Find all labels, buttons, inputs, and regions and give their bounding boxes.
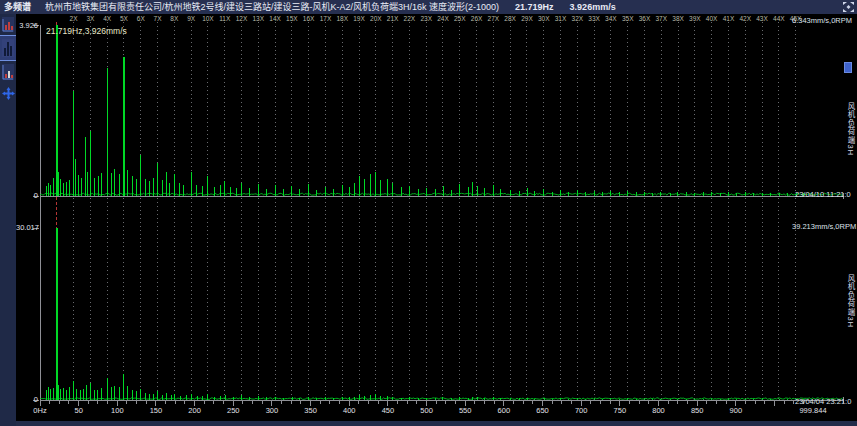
harmonic-label: 32X (572, 15, 584, 22)
cursor-frequency-value: 21.719Hz (515, 0, 554, 14)
axes: 0Hz5010015020025030035040045050055060065… (33, 25, 843, 415)
harmonic-label: 27X (488, 15, 500, 22)
harmonic-label: 28X (504, 15, 516, 22)
chart-list-icon[interactable] (0, 62, 16, 82)
x-tick-label: 850 (691, 406, 704, 415)
chart2-fullscale-label: 39.213mm/s,0RPM (792, 222, 856, 231)
harmonic-label: 20X (370, 15, 382, 22)
harmonic-label: 10X (202, 15, 214, 22)
chart1-ymax-label: 3.926 (16, 21, 38, 30)
waveform-chart-icon[interactable] (0, 14, 16, 34)
harmonic-label: 2X (70, 15, 79, 22)
harmonic-label: 29X (521, 15, 533, 22)
chart2-channel-label: 风机负荷端3H (845, 274, 856, 328)
harmonic-label: 43X (756, 15, 768, 22)
spectrum-chart-icon[interactable] (0, 36, 16, 60)
harmonic-label: 25X (454, 15, 466, 22)
harmonic-label: 3X (86, 15, 95, 22)
chart1-channel-label: 风机负荷端3H (845, 102, 856, 156)
harmonic-label: 39X (689, 15, 701, 22)
noise-floor (40, 193, 843, 195)
harmonic-label: 37X (655, 15, 667, 22)
harmonic-label: 31X (555, 15, 567, 22)
x-tick-label: 800 (652, 406, 665, 415)
left-toolbar (0, 14, 16, 426)
x-tick-label: 200 (188, 406, 201, 415)
measurement-path: 杭州市地铁集团有限责任公司/杭州地铁2号线/建设三路站/建设三路-风机K-A2/… (45, 0, 499, 14)
harmonic-label: 11X (219, 15, 231, 22)
peak-annotation: 21.719Hz,3.926mm/s (46, 26, 127, 36)
harmonic-label: 26X (471, 15, 483, 22)
x-tick-label: 999.844 (799, 406, 826, 415)
harmonic-label: 18X (336, 15, 348, 22)
x-tick-label: 550 (459, 406, 472, 415)
harmonic-label: 44X (773, 15, 785, 22)
harmonic-label: 40X (706, 15, 718, 22)
harmonic-label: 19X (353, 15, 365, 22)
harmonic-label: 7X (154, 15, 163, 22)
harmonic-label: 22X (404, 15, 416, 22)
harmonic-label: 30X (538, 15, 550, 22)
chart1-fullscale-label: 6.343mm/s,0RPM (792, 16, 852, 25)
harmonic-label: 14X (269, 15, 281, 22)
x-tick-label: 450 (382, 406, 395, 415)
x-tick-label: 900 (730, 406, 743, 415)
app-window: 多频谱 杭州市地铁集团有限责任公司/杭州地铁2号线/建设三路站/建设三路-风机K… (0, 0, 857, 426)
x-tick-label: 650 (536, 406, 549, 415)
x-tick-label: 250 (227, 406, 240, 415)
x-tick-label: 50 (74, 406, 82, 415)
x-tick-label: 300 (266, 406, 279, 415)
x-tick-label: 400 (343, 406, 356, 415)
x-tick-label: 0Hz (33, 406, 47, 415)
harmonic-label: 12X (236, 15, 248, 22)
scroll-marker[interactable] (844, 62, 852, 73)
harmonic-label: 24X (437, 15, 449, 22)
harmonic-label: 6X (137, 15, 146, 22)
harmonic-label: 17X (320, 15, 332, 22)
harmonic-label: 42X (739, 15, 751, 22)
chart2-yzero-label: 0 (16, 395, 38, 404)
x-tick-label: 750 (614, 406, 627, 415)
x-tick-label: 100 (111, 406, 124, 415)
harmonic-label: 15X (286, 15, 298, 22)
harmonic-label: 4X (103, 15, 112, 22)
spectrum-trace-2 (40, 228, 843, 400)
harmonic-label: 35X (622, 15, 634, 22)
harmonic-label: 13X (252, 15, 264, 22)
chart1-timestamp: 23/04/10 11:21:0 (795, 190, 851, 199)
collapse-icon[interactable] (843, 2, 854, 12)
harmonic-label: 16X (303, 15, 315, 22)
x-tick-label: 350 (304, 406, 317, 415)
harmonic-label: 34X (605, 15, 617, 22)
harmonic-label: 38X (672, 15, 684, 22)
harmonic-label: 5X (120, 15, 129, 22)
chart1-yzero-label: 0 (16, 191, 38, 200)
x-tick-label: 500 (420, 406, 433, 415)
harmonic-label: 36X (639, 15, 651, 22)
harmonic-label: 41X (723, 15, 735, 22)
chart-panel: 2X3X4X5X6X7X8X9X10X11X12X13X14X15X16X17X… (16, 14, 857, 421)
harmonic-label: 23X (420, 15, 432, 22)
noise-floor (40, 398, 843, 400)
harmonic-label: 33X (588, 15, 600, 22)
x-tick-label: 150 (150, 406, 163, 415)
harmonic-labels: 2X3X4X5X6X7X8X9X10X11X12X13X14X15X16X17X… (70, 15, 802, 22)
move-tool-icon[interactable] (0, 84, 16, 102)
harmonic-label: 8X (170, 15, 179, 22)
spectrum-trace-1 (40, 25, 843, 196)
cursor-amplitude-value: 3.926mm/s (570, 0, 616, 14)
x-tick-label: 600 (498, 406, 511, 415)
cursor-lines (57, 22, 796, 400)
app-title: 多频谱 (4, 0, 31, 14)
chart2-timestamp: 23/04/04 23:21:0 (795, 397, 851, 406)
x-tick-label: 700 (575, 406, 588, 415)
title-bar: 多频谱 杭州市地铁集团有限责任公司/杭州地铁2号线/建设三路站/建设三路-风机K… (0, 0, 857, 14)
harmonic-label: 9X (187, 15, 196, 22)
harmonic-label: 21X (387, 15, 399, 22)
chart2-ymax-label: 30.017 (16, 223, 38, 232)
spectrum-charts: 2X3X4X5X6X7X8X9X10X11X12X13X14X15X16X17X… (16, 14, 857, 421)
